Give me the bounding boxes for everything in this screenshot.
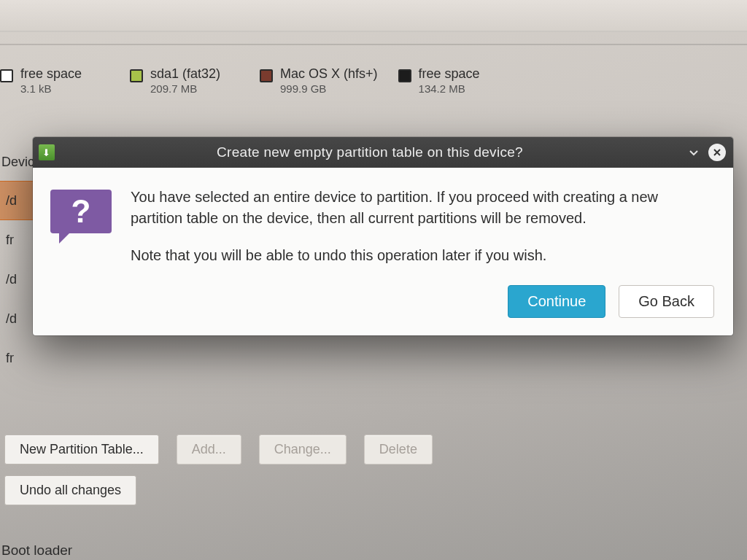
legend-label: free space: [20, 67, 82, 81]
legend-size: 209.7 MB: [150, 82, 220, 95]
undo-all-changes-button[interactable]: Undo all changes: [4, 475, 136, 505]
legend-size: 134.2 MB: [419, 82, 480, 95]
confirm-dialog: ⬇ Create new empty partition table on th…: [33, 137, 733, 335]
dialog-title: Create new empty partition table on this…: [62, 144, 678, 160]
swatch-sda1: [130, 69, 143, 82]
legend-item-sda1: sda1 (fat32) 209.7 MB: [130, 67, 239, 95]
new-partition-table-button[interactable]: New Partition Table...: [4, 435, 159, 464]
legend-size: 3.1 kB: [20, 82, 82, 95]
swatch-free-1: [0, 69, 13, 82]
device-tree-row-label: /d: [6, 272, 17, 287]
device-tree-row-label: fr: [6, 351, 14, 366]
change-partition-button[interactable]: Change...: [259, 435, 347, 464]
add-partition-button[interactable]: Add...: [177, 435, 241, 464]
installer-app-icon: ⬇: [39, 144, 55, 160]
legend-label: sda1 (fat32): [150, 67, 220, 81]
device-tree-header: Devic: [1, 155, 34, 170]
swatch-macosx: [260, 69, 273, 82]
close-button[interactable]: [708, 144, 726, 161]
legend-label: free space: [419, 67, 480, 81]
dialog-paragraph: Note that you will be able to undo this …: [131, 245, 711, 266]
question-icon: ?: [50, 190, 112, 242]
toolbar-area: [0, 0, 747, 32]
dialog-body: ? You have selected an entire device to …: [33, 168, 733, 272]
swatch-free-2: [398, 69, 411, 82]
dialog-paragraph: You have selected an entire device to pa…: [131, 187, 711, 229]
legend-size: 999.9 GB: [280, 82, 378, 95]
device-tree-row-label: /d: [6, 311, 17, 327]
legend-item-macosx: Mac OS X (hfs+) 999.9 GB: [260, 67, 378, 95]
dialog-actions: Continue Go Back: [33, 272, 733, 335]
device-tree-row-label: fr: [6, 233, 14, 248]
partition-legend: free space 3.1 kB sda1 (fat32) 209.7 MB …: [0, 67, 747, 95]
legend-label: Mac OS X (hfs+): [280, 67, 378, 81]
partition-action-buttons: New Partition Table... Add... Change... …: [4, 435, 433, 464]
boot-loader-label: Boot loader: [1, 542, 72, 559]
device-tree-row[interactable]: fr: [0, 338, 41, 378]
minimize-button[interactable]: [685, 144, 703, 161]
go-back-button[interactable]: Go Back: [619, 285, 714, 318]
continue-button[interactable]: Continue: [508, 285, 605, 318]
dialog-titlebar[interactable]: ⬇ Create new empty partition table on th…: [33, 137, 733, 168]
device-tree-row-label: /d: [6, 193, 17, 209]
legend-item-free-2: free space 134.2 MB: [398, 67, 508, 95]
toolbar-divider: [0, 44, 747, 45]
legend-item-free-1: free space 3.1 kB: [0, 67, 109, 95]
delete-partition-button[interactable]: Delete: [364, 435, 433, 464]
